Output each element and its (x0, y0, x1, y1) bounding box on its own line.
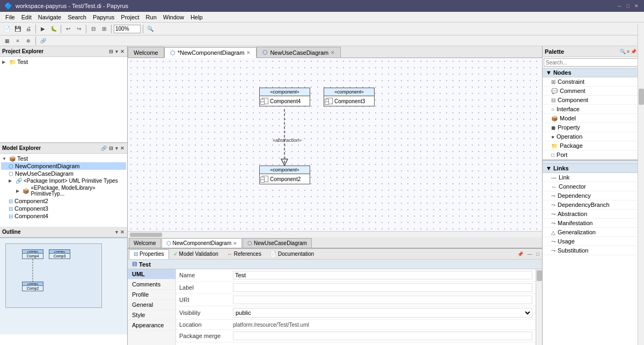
me-item-primitivetype[interactable]: ▶ 📦 «EPackage, ModelLibrary» PrimitiveTy… (1, 184, 126, 197)
props-sidebar-general[interactable]: General (128, 300, 175, 310)
me-menu-btn[interactable]: ▾ (115, 145, 119, 152)
outline-menu-btn[interactable]: ▾ (115, 229, 119, 235)
toolbar2-btn3[interactable]: ⊕ (24, 36, 33, 46)
prop-input-label[interactable] (233, 283, 532, 292)
palette-item-constraint[interactable]: ⊞ Constraint (543, 77, 644, 87)
pe-tree-item-test[interactable]: ▶ 📁 Test (1, 58, 126, 66)
palette-search-btn[interactable]: 🔍 (620, 49, 626, 54)
props-sidebar-profile[interactable]: Profile (128, 290, 175, 300)
palette-item-abstraction[interactable]: ⤳ Abstraction (543, 210, 644, 219)
save-btn[interactable]: 💾 (13, 24, 23, 34)
palette-item-component[interactable]: ⊟ Component (543, 96, 644, 105)
component-box-4[interactable]: «component» Component4 (259, 88, 310, 106)
palette-item-property[interactable]: ◼ Property (543, 123, 644, 132)
palette-section-nodes-header[interactable]: ▼ Nodes (543, 68, 644, 77)
palette-layout-btn[interactable]: ≡ (627, 49, 630, 54)
props-sidebar-uml[interactable]: UML (128, 269, 175, 279)
palette-item-manifestation[interactable]: ⤳ Manifestation (543, 219, 644, 228)
palette-item-usage[interactable]: ⤳ Usage (543, 237, 644, 246)
me-item-test[interactable]: ▼ 📦 Test (1, 155, 126, 162)
diagram-canvas[interactable]: «component» Component4 «component» Compo… (128, 58, 542, 231)
prop-input-uri[interactable] (233, 296, 532, 304)
menu-navigate[interactable]: Navigate (35, 13, 64, 21)
menu-file[interactable]: File (2, 13, 18, 21)
menu-help[interactable]: Help (187, 13, 206, 21)
palette-section-links-header[interactable]: ▼ Links (543, 164, 644, 173)
me-item-newcompdiagram[interactable]: ⬡ NewComponentDiagram (1, 162, 126, 170)
pe-collapse-btn[interactable]: ⊟ (108, 48, 114, 55)
run-btn[interactable]: ▶ (38, 24, 48, 34)
newcompdiagram-bottom-tab[interactable]: ⬡ NewComponentDiagram ✕ (162, 238, 243, 248)
new-btn[interactable]: 📄 (2, 24, 12, 34)
props-sidebar-style[interactable]: Style (128, 310, 175, 320)
toolbar2-btn1[interactable]: ▦ (2, 36, 12, 46)
palette-item-comment[interactable]: 💬 Comment (543, 87, 644, 96)
outline-canvas[interactable]: «comp» Comp4 «comp» Comp3 «comp» Comp2 (0, 238, 127, 334)
palette-item-interface[interactable]: ○ Interface (543, 105, 644, 114)
palette-item-depbranch[interactable]: ⤳ DependencyBranch (543, 200, 644, 210)
palette-item-connector[interactable]: ↔ Connector (543, 182, 644, 191)
palette-item-package[interactable]: 📁 Package (543, 141, 644, 150)
toolbar2-btn4[interactable]: 🔗 (38, 36, 48, 46)
props-tab-properties[interactable]: ⊟ Properties (129, 249, 169, 259)
me-link-btn[interactable]: 🔗 (100, 145, 107, 152)
h-scrollbar[interactable] (128, 231, 542, 238)
props-toolbar-pin[interactable]: 📌 (516, 250, 525, 258)
welcome-bottom-tab[interactable]: Welcome (129, 238, 161, 248)
tab-welcome[interactable]: Welcome (128, 47, 164, 58)
props-tab-documentation[interactable]: 📄 Documentation (266, 249, 318, 259)
props-scrollbar[interactable] (536, 269, 542, 345)
pe-close-btn[interactable]: ✕ (120, 48, 125, 55)
props-tab-references[interactable]: ↔ References (223, 249, 266, 259)
newucdiagram-bottom-tab[interactable]: ⬡ NewUseCaseDiagram (243, 238, 312, 248)
minimize-btn[interactable]: ─ (616, 3, 623, 9)
props-sidebar-comments[interactable]: Comments (128, 279, 175, 290)
me-collapse-btn[interactable]: ⊟ (108, 145, 114, 152)
zoom-input[interactable] (114, 25, 141, 33)
props-toolbar-max[interactable]: □ (535, 250, 541, 258)
palette-item-operation[interactable]: ● Operation (543, 132, 644, 141)
prop-input-pkgmerge[interactable] (233, 332, 532, 340)
pe-menu-btn[interactable]: ▾ (115, 48, 119, 55)
props-sidebar-appearance[interactable]: Appearance (128, 320, 175, 330)
component-box-2[interactable]: «component» Component2 (259, 166, 310, 184)
palette-item-substitution[interactable]: ⤳ Substitution (543, 246, 644, 255)
search-toolbar-btn[interactable]: 🔍 (145, 24, 155, 34)
palette-scrollbar[interactable] (638, 24, 644, 345)
menu-search[interactable]: Search (64, 13, 90, 21)
align-btn[interactable]: ⊟ (89, 24, 98, 34)
me-close-btn[interactable]: ✕ (120, 145, 125, 152)
redo-btn[interactable]: ↪ (74, 24, 84, 34)
component-box-3[interactable]: «component» Component3 (324, 88, 375, 106)
palette-item-generalization[interactable]: △ Generalization (543, 228, 644, 237)
outline-close-btn[interactable]: ✕ (120, 229, 125, 235)
me-item-pkgimport[interactable]: ▶ 🔗 <Package Import> UML Primitive Types (1, 177, 126, 184)
menu-project[interactable]: Project (118, 13, 142, 21)
palette-pin-btn[interactable]: 📌 (631, 49, 636, 54)
menu-papyrus[interactable]: Papyrus (90, 13, 118, 21)
undo-btn[interactable]: ↩ (63, 24, 73, 34)
me-item-comp2[interactable]: ⊟ Component2 (1, 197, 126, 205)
palette-item-port[interactable]: □ Port (543, 150, 644, 160)
prop-input-name[interactable] (233, 271, 532, 279)
tab-newucdiagram[interactable]: ⬡ NewUseCaseDiagram ✕ (257, 47, 341, 58)
me-item-newucdiagram[interactable]: ⬡ NewUseCaseDiagram (1, 170, 126, 177)
menu-run[interactable]: Run (143, 13, 160, 21)
palette-item-link[interactable]: — Link (543, 173, 644, 182)
tab-newcompdiagram-close[interactable]: ✕ (246, 50, 251, 55)
maximize-btn[interactable]: □ (625, 3, 631, 9)
palette-item-dependency[interactable]: ⤳ Dependency (543, 191, 644, 200)
newcompdiagram-bottom-close[interactable]: ✕ (233, 241, 237, 246)
props-toolbar-min[interactable]: — (526, 250, 534, 258)
close-btn[interactable]: ✕ (633, 3, 640, 9)
tab-newucdiagram-close[interactable]: ✕ (331, 50, 335, 55)
layout-btn[interactable]: ⊞ (99, 24, 109, 34)
menu-edit[interactable]: Edit (18, 13, 35, 21)
palette-item-model[interactable]: 📦 Model (543, 114, 644, 123)
me-item-comp3[interactable]: ⊟ Component3 (1, 205, 126, 212)
me-item-comp4[interactable]: ⊟ Component4 (1, 212, 126, 220)
debug-btn[interactable]: 🐛 (49, 24, 58, 34)
palette-search-input[interactable] (544, 58, 643, 67)
tab-newcompdiagram[interactable]: ⬡ *NewComponentDiagram ✕ (164, 47, 257, 58)
props-tab-validation[interactable]: ✓ Model Validation (169, 249, 223, 259)
